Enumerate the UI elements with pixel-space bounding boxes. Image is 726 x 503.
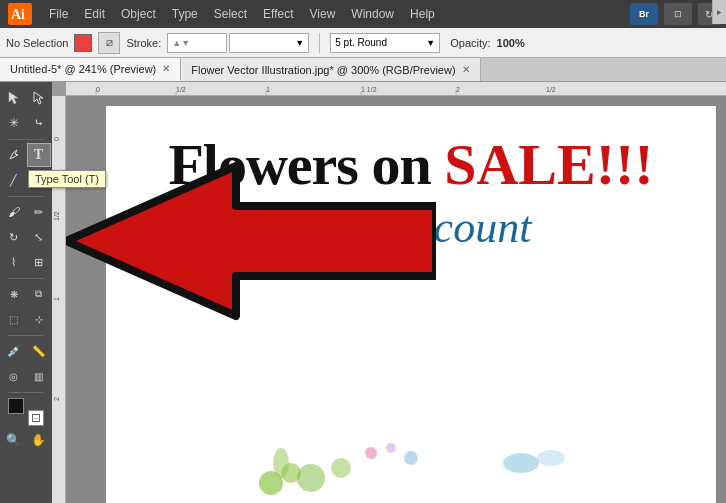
menu-effect[interactable]: Effect bbox=[256, 5, 300, 23]
pen-tool-btn[interactable] bbox=[2, 143, 26, 167]
selection-tool-row bbox=[0, 86, 52, 110]
scale-btn[interactable]: ⤡ bbox=[27, 225, 51, 249]
tab-overflow-btn[interactable]: ▸ bbox=[712, 0, 726, 24]
stroke-label: Stroke: bbox=[126, 37, 161, 49]
canvas-area: 0 1/2 1 1 1/2 2 1/2 0 bbox=[52, 82, 726, 503]
ruler-vertical: 0 1/2 1 2 bbox=[52, 96, 66, 503]
svg-point-24 bbox=[365, 447, 377, 459]
stroke-style-dropdown[interactable]: ▼ bbox=[229, 33, 309, 53]
opacity-label: Opacity: bbox=[450, 37, 490, 49]
view-row: 🔍 ✋ bbox=[0, 428, 52, 452]
warp-btn[interactable]: ⌇ bbox=[2, 250, 26, 274]
direct-selection-btn[interactable] bbox=[27, 86, 51, 110]
document-canvas: Flowers on SALE!!! 30% discount bbox=[66, 96, 726, 503]
svg-text:1 1/2: 1 1/2 bbox=[361, 86, 377, 93]
pencil-btn[interactable]: ✏ bbox=[27, 200, 51, 224]
opacity-value: 100% bbox=[497, 37, 525, 49]
svg-point-26 bbox=[404, 451, 418, 465]
eyedropper-row: 💉 📏 bbox=[0, 339, 52, 363]
stroke-width-box[interactable]: ▲▼ bbox=[167, 33, 227, 53]
color-swatches[interactable]: ↔ bbox=[8, 398, 44, 426]
type-tool-tooltip: Type Tool (T) bbox=[28, 170, 106, 188]
tab-flower[interactable]: Flower Vector Illustration.jpg* @ 300% (… bbox=[181, 58, 480, 81]
paintbrush-btn[interactable]: 🖌 bbox=[2, 200, 26, 224]
svg-point-28 bbox=[537, 450, 565, 466]
rotate-tool-btn[interactable]: ↻ bbox=[2, 225, 26, 249]
blend-row: ◎ ▥ bbox=[0, 364, 52, 388]
eyedropper-btn[interactable]: 💉 bbox=[2, 339, 26, 363]
selection-label: No Selection bbox=[6, 37, 68, 49]
flowers-text: Flowers on bbox=[168, 132, 444, 197]
tab-bar: Untitled-5* @ 241% (Preview) ✕ Flower Ve… bbox=[0, 58, 726, 82]
document-white: Flowers on SALE!!! 30% discount bbox=[106, 106, 716, 503]
menu-bar: Ai File Edit Object Type Select Effect V… bbox=[0, 0, 726, 28]
left-toolbar: ✳ ⤷ T Type Tool (T) bbox=[0, 82, 52, 503]
svg-text:1/2: 1/2 bbox=[53, 211, 60, 221]
artboard-row: ⬚ ⊹ bbox=[0, 307, 52, 331]
fill-none-btn[interactable]: ⧄ bbox=[98, 32, 120, 54]
ruler-horizontal: 0 1/2 1 1 1/2 2 1/2 bbox=[66, 82, 726, 96]
menu-file[interactable]: File bbox=[42, 5, 75, 23]
hand-tool-btn[interactable]: ✋ bbox=[27, 428, 51, 452]
rotate-row: ↻ ⤡ bbox=[0, 225, 52, 249]
divider-2 bbox=[8, 196, 44, 197]
menu-edit[interactable]: Edit bbox=[77, 5, 112, 23]
bridge-icon[interactable]: Br bbox=[630, 3, 658, 25]
main-area: Untitled-5* @ 241% (Preview) ✕ Flower Ve… bbox=[0, 58, 726, 503]
svg-point-27 bbox=[503, 453, 539, 473]
line-tool-btn[interactable]: ╱ bbox=[2, 168, 26, 192]
fill-swatch[interactable] bbox=[74, 34, 92, 52]
svg-point-23 bbox=[331, 458, 351, 478]
content-area: ✳ ⤷ T Type Tool (T) bbox=[0, 82, 726, 503]
zoom-tool-btn[interactable]: 🔍 bbox=[2, 428, 26, 452]
svg-text:0: 0 bbox=[96, 86, 100, 93]
svg-text:2: 2 bbox=[456, 86, 460, 93]
svg-rect-2 bbox=[66, 82, 726, 96]
blend-btn[interactable]: ◎ bbox=[2, 364, 26, 388]
menu-select[interactable]: Select bbox=[207, 5, 254, 23]
discount-text: 30% discount bbox=[291, 202, 532, 253]
selection-tool-btn[interactable] bbox=[2, 86, 26, 110]
svg-text:1/2: 1/2 bbox=[546, 86, 556, 93]
gradient-btn[interactable]: ▥ bbox=[27, 364, 51, 388]
tab-flower-close[interactable]: ✕ bbox=[462, 64, 470, 75]
pen-row: T bbox=[0, 143, 52, 167]
svg-text:0: 0 bbox=[53, 137, 60, 141]
symbol-row: ❋ ⧉ bbox=[0, 282, 52, 306]
screen-mode-icon[interactable]: ⊡ bbox=[664, 3, 692, 25]
menu-help[interactable]: Help bbox=[403, 5, 442, 23]
svg-text:1: 1 bbox=[266, 86, 270, 93]
divider-4 bbox=[8, 335, 44, 336]
slice-btn[interactable]: ⊹ bbox=[27, 307, 51, 331]
tab-untitled-label: Untitled-5* @ 241% (Preview) bbox=[10, 63, 156, 75]
svg-text:2: 2 bbox=[53, 397, 60, 401]
symbol-btn[interactable]: ❋ bbox=[2, 282, 26, 306]
menu-view[interactable]: View bbox=[303, 5, 343, 23]
warp-row: ⌇ ⊞ bbox=[0, 250, 52, 274]
divider-1 bbox=[8, 139, 44, 140]
brush-preset-dropdown[interactable]: 5 pt. Round ▼ bbox=[330, 33, 440, 53]
magic-wand-btn[interactable]: ✳ bbox=[2, 111, 26, 135]
paintbrush-row: 🖌 ✏ bbox=[0, 200, 52, 224]
menu-object[interactable]: Object bbox=[114, 5, 163, 23]
app-logo: Ai bbox=[6, 3, 34, 25]
canvas-headline: Flowers on SALE!!! bbox=[168, 136, 653, 194]
type-tool-btn active type-highlight[interactable]: T bbox=[27, 143, 51, 167]
lasso-btn[interactable]: ⤷ bbox=[27, 111, 51, 135]
tab-untitled[interactable]: Untitled-5* @ 241% (Preview) ✕ bbox=[0, 58, 181, 81]
tab-untitled-close[interactable]: ✕ bbox=[162, 63, 170, 74]
menu-window[interactable]: Window bbox=[344, 5, 401, 23]
decorative-flowers bbox=[106, 403, 716, 503]
menu-type[interactable]: Type bbox=[165, 5, 205, 23]
free-transform-btn[interactable]: ⊞ bbox=[27, 250, 51, 274]
measure-btn[interactable]: 📏 bbox=[27, 339, 51, 363]
svg-point-21 bbox=[297, 464, 325, 492]
divider-5 bbox=[8, 392, 44, 393]
graph-btn[interactable]: ⧉ bbox=[27, 282, 51, 306]
options-bar: No Selection ⧄ Stroke: ▲▼ ▼ 5 pt. Round … bbox=[0, 28, 726, 58]
svg-point-22 bbox=[273, 448, 289, 478]
svg-point-25 bbox=[386, 443, 396, 453]
divider-3 bbox=[8, 278, 44, 279]
artboard-btn[interactable]: ⬚ bbox=[2, 307, 26, 331]
tab-flower-label: Flower Vector Illustration.jpg* @ 300% (… bbox=[191, 64, 455, 76]
